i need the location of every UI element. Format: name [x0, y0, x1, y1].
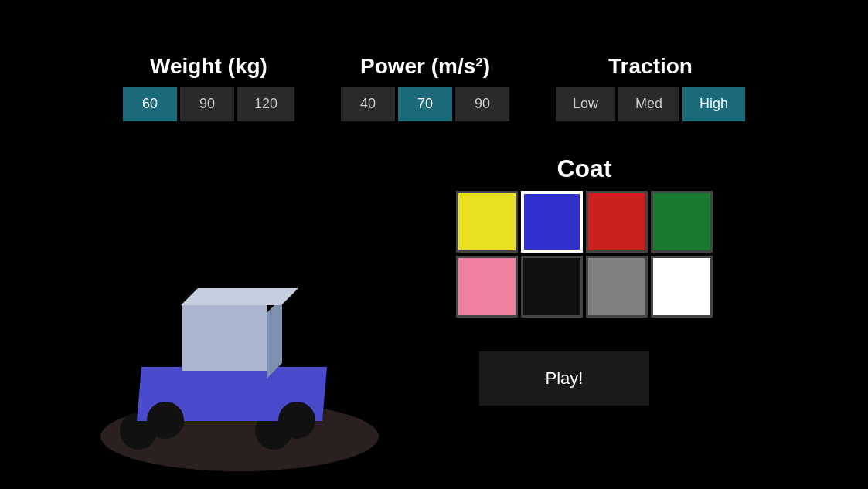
coat-swatch-gray[interactable]	[586, 256, 648, 318]
cargo-box-top	[181, 288, 298, 305]
traction-option-low[interactable]: Low	[556, 87, 615, 121]
coat-grid	[456, 191, 713, 318]
power-group: Power (m/s²) 40 70 90	[341, 54, 509, 121]
wheel-front-right	[278, 402, 315, 439]
car-scene	[62, 209, 448, 471]
traction-option-med[interactable]: Med	[618, 87, 679, 121]
power-button-row: 40 70 90	[341, 87, 509, 121]
weight-option-90[interactable]: 90	[180, 87, 234, 121]
weight-group: Weight (kg) 60 90 120	[123, 54, 294, 121]
traction-option-high[interactable]: High	[682, 87, 745, 121]
play-button[interactable]: Play!	[479, 351, 649, 406]
coat-swatch-black[interactable]	[521, 256, 583, 318]
cargo-box	[182, 305, 267, 371]
coat-swatch-pink[interactable]	[456, 256, 518, 318]
coat-swatch-green[interactable]	[651, 191, 713, 253]
coat-section: Coat	[456, 155, 713, 318]
power-option-70[interactable]: 70	[398, 87, 452, 121]
traction-label: Traction	[608, 54, 693, 79]
power-option-90[interactable]: 90	[455, 87, 509, 121]
coat-swatch-blue[interactable]	[521, 191, 583, 253]
main-container: Weight (kg) 60 90 120 Power (m/s²) 40 70…	[0, 0, 868, 137]
power-option-40[interactable]: 40	[341, 87, 395, 121]
coat-swatch-white[interactable]	[651, 256, 713, 318]
wheel-front-left	[147, 402, 184, 439]
power-label: Power (m/s²)	[360, 54, 490, 79]
play-button-container: Play!	[479, 351, 649, 406]
controls-row: Weight (kg) 60 90 120 Power (m/s²) 40 70…	[123, 54, 745, 121]
weight-option-120[interactable]: 120	[237, 87, 294, 121]
traction-group: Traction Low Med High	[556, 54, 745, 121]
weight-option-60[interactable]: 60	[123, 87, 177, 121]
coat-label: Coat	[557, 155, 611, 183]
coat-swatch-red[interactable]	[586, 191, 648, 253]
weight-label: Weight (kg)	[150, 54, 267, 79]
coat-swatch-yellow[interactable]	[456, 191, 518, 253]
weight-button-row: 60 90 120	[123, 87, 294, 121]
traction-button-row: Low Med High	[556, 87, 745, 121]
